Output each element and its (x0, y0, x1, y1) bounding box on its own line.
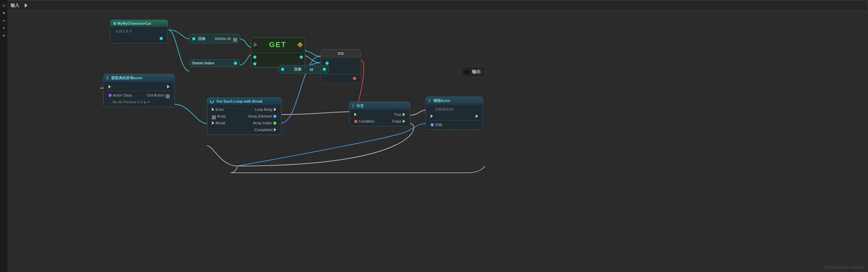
node-branch: ⟨ 分支 True Condition False (349, 102, 410, 126)
destroy-title: 销毁Actor (433, 98, 451, 103)
equals-in-port-1 (326, 62, 329, 65)
destroy-exec-row (429, 113, 480, 120)
foreach-array-grid (212, 113, 216, 119)
get-top-in (253, 56, 256, 59)
node-character-car: ⊞ MyMyCharacterCar 从持久关卡 (110, 20, 168, 43)
destroy-exec-out (476, 114, 478, 118)
destroy-target-row: 目标 (429, 121, 480, 128)
delete-id-header: 目标 Delete Id (190, 34, 240, 43)
foreach-array-index-port (273, 122, 276, 125)
get-actors-subvalue: My My Perceive C ▾ ◈ ⟳ (106, 99, 172, 105)
target-label: 目标 (293, 67, 301, 72)
branch-condition-label: Condition (357, 119, 392, 123)
branch-exec-row: True (352, 111, 407, 118)
toolbar-icon-3[interactable]: ● (1, 18, 6, 23)
destroy-subtitle: 目标是Actor (435, 107, 453, 112)
branch-icon: ⟨ (352, 104, 354, 108)
branch-condition-row: Condition False (352, 118, 407, 125)
watermark-text: CSDN @Addam Holmes (823, 265, 864, 269)
node-delete-index: Delete Index (189, 59, 240, 67)
input-label: 输入 (11, 2, 19, 8)
foreach-break-row: Break Array Index (210, 120, 278, 126)
node-foreach: For Each Loop with Break Exec Loop Body … (207, 98, 281, 135)
actor-extra: ▾ ◈ ⟳ (141, 100, 150, 104)
destroy-body: 目标是Actor 目标 (426, 105, 483, 129)
actor-class-port (108, 94, 112, 97)
character-car-out-port (160, 37, 163, 40)
character-car-out-row (113, 35, 165, 42)
foreach-title: For Each Loop with Break (217, 99, 263, 103)
output-label: 输出 (472, 69, 481, 75)
id-label: Id (310, 67, 313, 71)
branch-false-label: False (392, 119, 403, 123)
get-actors-header: ƒ 获取类的所有actor (104, 74, 174, 82)
delete-index-header: Delete Index (190, 60, 240, 66)
get-actors-exec-out-port (167, 85, 170, 88)
foreach-exec-in (212, 108, 214, 111)
branch-false-out (403, 120, 405, 123)
delete-id-target-label: 目标 (197, 36, 214, 41)
foreach-exec-row: Exec Loop Body (210, 106, 278, 113)
foreach-header: For Each Loop with Break (207, 98, 281, 105)
delete-index-label: Delete Index (192, 61, 233, 65)
actor-class-label: Actor Class (113, 93, 147, 97)
toolbar-icon-2[interactable]: ✦ (1, 10, 6, 16)
node-output: ▤ 输出 (460, 66, 485, 77)
foreach-array-element-label: Array Element (248, 114, 273, 118)
toolbar-icon-1[interactable]: ⊞ (1, 3, 6, 8)
node-delete-id: 目标 Delete Id (189, 34, 240, 43)
id-right-port (323, 68, 326, 71)
character-car-header: ⊞ MyMyCharacterCar (111, 20, 167, 27)
foreach-array-label: Array (216, 114, 248, 118)
get-diamond-port (297, 42, 303, 48)
out-actors-label: Out Actors (147, 93, 164, 97)
equals-out-port (353, 77, 356, 80)
foreach-completed-out (274, 128, 276, 131)
branch-true-label: True (394, 112, 403, 117)
destroy-subtitle-row: 目标是Actor (429, 106, 480, 113)
actor-class-value: My My Perceive C (113, 100, 140, 104)
get-actors-exec-in-port (108, 85, 111, 88)
delete-id-label: Delete Id (215, 37, 231, 41)
equals-title: == (338, 51, 344, 57)
get-left-port (254, 42, 257, 47)
target-id-left-port (281, 68, 284, 71)
equals-in-1 (323, 60, 358, 66)
foreach-icon (210, 100, 214, 103)
destroy-target-label: 目标 (435, 122, 442, 127)
get-actors-actor-class: Actor Class Out Actors (106, 92, 172, 99)
destroy-icon: ƒ (429, 99, 431, 103)
delete-id-grid (233, 36, 237, 42)
get-actors-body: Actor Class Out Actors My My Perceive C … (104, 82, 174, 107)
get-bottom-in (253, 62, 256, 65)
branch-header: ⟨ 分支 (350, 102, 410, 110)
foreach-break-in (212, 121, 214, 125)
branch-title: 分支 (356, 103, 364, 108)
get-title: GET (269, 40, 286, 49)
character-car-subtitle-row: 从持久关卡 (113, 28, 165, 35)
node-destroy: ƒ 销毁Actor 目标是Actor 目标 (426, 97, 483, 130)
branch-condition-port (354, 120, 357, 123)
character-car-title: MyMyCharacterCar (117, 21, 151, 25)
toolbar-icon-5[interactable]: ● (1, 33, 6, 38)
toolbar-icon-4[interactable]: ● (1, 25, 6, 30)
get-actors-title: 获取类的所有actor (111, 76, 143, 81)
foreach-completed-row: Completed (210, 126, 278, 133)
equals-header: == (321, 49, 361, 58)
destroy-target-port (431, 123, 434, 126)
foreach-loop-body-out (274, 108, 276, 111)
input-exec-out (25, 3, 27, 7)
foreach-exec-label: Exec (214, 107, 255, 111)
branch-body: True Condition False (350, 110, 410, 126)
node-get: GET (251, 37, 305, 67)
delete-id-port-left (192, 37, 195, 40)
foreach-completed-label: Completed (255, 128, 274, 132)
foreach-body: Exec Loop Body Array Array Element Break… (207, 105, 281, 134)
foreach-array-index-label: Array Index (253, 121, 273, 125)
branch-exec-in (354, 113, 357, 116)
watermark: CSDN @Addam Holmes (823, 265, 864, 269)
target-id-header: 目标 Id (278, 65, 329, 73)
get-actors-exec-in (106, 83, 172, 90)
out-actors-grid-icon (166, 92, 170, 98)
equals-out (323, 75, 358, 82)
